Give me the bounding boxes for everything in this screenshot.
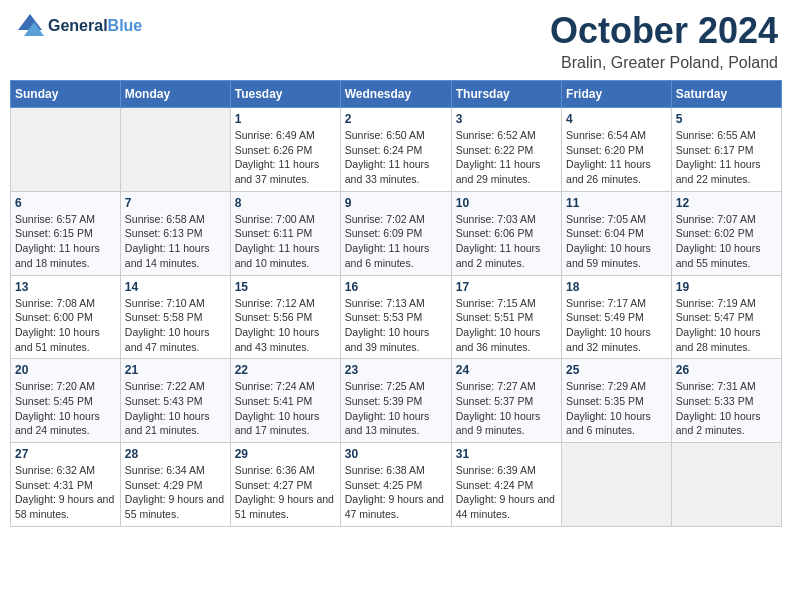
logo-icon: [14, 10, 46, 42]
day-detail: Sunrise: 6:58 AM Sunset: 6:13 PM Dayligh…: [125, 212, 226, 271]
day-number: 16: [345, 280, 447, 294]
weekday-header: Thursday: [451, 81, 561, 108]
day-number: 17: [456, 280, 557, 294]
day-detail: Sunrise: 7:15 AM Sunset: 5:51 PM Dayligh…: [456, 296, 557, 355]
calendar-day-cell: 22Sunrise: 7:24 AM Sunset: 5:41 PM Dayli…: [230, 359, 340, 443]
calendar-day-cell: 3Sunrise: 6:52 AM Sunset: 6:22 PM Daylig…: [451, 108, 561, 192]
day-number: 9: [345, 196, 447, 210]
day-detail: Sunrise: 7:31 AM Sunset: 5:33 PM Dayligh…: [676, 379, 777, 438]
day-number: 23: [345, 363, 447, 377]
day-detail: Sunrise: 7:05 AM Sunset: 6:04 PM Dayligh…: [566, 212, 667, 271]
calendar-day-cell: 18Sunrise: 7:17 AM Sunset: 5:49 PM Dayli…: [562, 275, 672, 359]
day-number: 25: [566, 363, 667, 377]
calendar-day-cell: 1Sunrise: 6:49 AM Sunset: 6:26 PM Daylig…: [230, 108, 340, 192]
day-number: 26: [676, 363, 777, 377]
calendar-day-cell: [671, 443, 781, 527]
calendar-day-cell: [11, 108, 121, 192]
calendar-day-cell: 25Sunrise: 7:29 AM Sunset: 5:35 PM Dayli…: [562, 359, 672, 443]
day-detail: Sunrise: 6:52 AM Sunset: 6:22 PM Dayligh…: [456, 128, 557, 187]
calendar-day-cell: 19Sunrise: 7:19 AM Sunset: 5:47 PM Dayli…: [671, 275, 781, 359]
title-area: October 2024 Bralin, Greater Poland, Pol…: [550, 10, 778, 72]
day-detail: Sunrise: 7:03 AM Sunset: 6:06 PM Dayligh…: [456, 212, 557, 271]
calendar-week-row: 6Sunrise: 6:57 AM Sunset: 6:15 PM Daylig…: [11, 191, 782, 275]
calendar-day-cell: 6Sunrise: 6:57 AM Sunset: 6:15 PM Daylig…: [11, 191, 121, 275]
logo: GeneralBlue: [14, 10, 142, 42]
day-number: 5: [676, 112, 777, 126]
logo-name: GeneralBlue: [48, 17, 142, 35]
calendar-day-cell: 21Sunrise: 7:22 AM Sunset: 5:43 PM Dayli…: [120, 359, 230, 443]
calendar-day-cell: 28Sunrise: 6:34 AM Sunset: 4:29 PM Dayli…: [120, 443, 230, 527]
calendar-day-cell: 10Sunrise: 7:03 AM Sunset: 6:06 PM Dayli…: [451, 191, 561, 275]
day-number: 19: [676, 280, 777, 294]
calendar-header-row: SundayMondayTuesdayWednesdayThursdayFrid…: [11, 81, 782, 108]
calendar-week-row: 1Sunrise: 6:49 AM Sunset: 6:26 PM Daylig…: [11, 108, 782, 192]
calendar-week-row: 13Sunrise: 7:08 AM Sunset: 6:00 PM Dayli…: [11, 275, 782, 359]
page-title: October 2024: [550, 10, 778, 52]
weekday-header: Friday: [562, 81, 672, 108]
calendar-day-cell: [562, 443, 672, 527]
day-number: 2: [345, 112, 447, 126]
day-detail: Sunrise: 6:36 AM Sunset: 4:27 PM Dayligh…: [235, 463, 336, 522]
day-number: 7: [125, 196, 226, 210]
calendar-day-cell: 17Sunrise: 7:15 AM Sunset: 5:51 PM Dayli…: [451, 275, 561, 359]
day-number: 1: [235, 112, 336, 126]
day-detail: Sunrise: 7:29 AM Sunset: 5:35 PM Dayligh…: [566, 379, 667, 438]
calendar-day-cell: 8Sunrise: 7:00 AM Sunset: 6:11 PM Daylig…: [230, 191, 340, 275]
day-number: 8: [235, 196, 336, 210]
page-subtitle: Bralin, Greater Poland, Poland: [550, 54, 778, 72]
day-detail: Sunrise: 6:39 AM Sunset: 4:24 PM Dayligh…: [456, 463, 557, 522]
day-detail: Sunrise: 7:24 AM Sunset: 5:41 PM Dayligh…: [235, 379, 336, 438]
calendar-day-cell: [120, 108, 230, 192]
day-number: 13: [15, 280, 116, 294]
calendar-day-cell: 29Sunrise: 6:36 AM Sunset: 4:27 PM Dayli…: [230, 443, 340, 527]
calendar-day-cell: 24Sunrise: 7:27 AM Sunset: 5:37 PM Dayli…: [451, 359, 561, 443]
day-number: 3: [456, 112, 557, 126]
calendar-day-cell: 12Sunrise: 7:07 AM Sunset: 6:02 PM Dayli…: [671, 191, 781, 275]
calendar-day-cell: 2Sunrise: 6:50 AM Sunset: 6:24 PM Daylig…: [340, 108, 451, 192]
day-number: 10: [456, 196, 557, 210]
day-detail: Sunrise: 6:54 AM Sunset: 6:20 PM Dayligh…: [566, 128, 667, 187]
day-detail: Sunrise: 7:12 AM Sunset: 5:56 PM Dayligh…: [235, 296, 336, 355]
day-detail: Sunrise: 7:19 AM Sunset: 5:47 PM Dayligh…: [676, 296, 777, 355]
calendar-day-cell: 20Sunrise: 7:20 AM Sunset: 5:45 PM Dayli…: [11, 359, 121, 443]
weekday-header: Wednesday: [340, 81, 451, 108]
calendar-day-cell: 16Sunrise: 7:13 AM Sunset: 5:53 PM Dayli…: [340, 275, 451, 359]
day-detail: Sunrise: 7:02 AM Sunset: 6:09 PM Dayligh…: [345, 212, 447, 271]
calendar-day-cell: 14Sunrise: 7:10 AM Sunset: 5:58 PM Dayli…: [120, 275, 230, 359]
calendar-week-row: 20Sunrise: 7:20 AM Sunset: 5:45 PM Dayli…: [11, 359, 782, 443]
day-detail: Sunrise: 6:57 AM Sunset: 6:15 PM Dayligh…: [15, 212, 116, 271]
day-detail: Sunrise: 7:22 AM Sunset: 5:43 PM Dayligh…: [125, 379, 226, 438]
calendar-day-cell: 13Sunrise: 7:08 AM Sunset: 6:00 PM Dayli…: [11, 275, 121, 359]
weekday-header: Monday: [120, 81, 230, 108]
calendar-day-cell: 4Sunrise: 6:54 AM Sunset: 6:20 PM Daylig…: [562, 108, 672, 192]
calendar-day-cell: 23Sunrise: 7:25 AM Sunset: 5:39 PM Dayli…: [340, 359, 451, 443]
day-detail: Sunrise: 6:38 AM Sunset: 4:25 PM Dayligh…: [345, 463, 447, 522]
day-number: 4: [566, 112, 667, 126]
day-detail: Sunrise: 7:25 AM Sunset: 5:39 PM Dayligh…: [345, 379, 447, 438]
calendar-day-cell: 15Sunrise: 7:12 AM Sunset: 5:56 PM Dayli…: [230, 275, 340, 359]
day-number: 30: [345, 447, 447, 461]
day-number: 22: [235, 363, 336, 377]
day-number: 31: [456, 447, 557, 461]
weekday-header: Tuesday: [230, 81, 340, 108]
day-detail: Sunrise: 6:49 AM Sunset: 6:26 PM Dayligh…: [235, 128, 336, 187]
day-detail: Sunrise: 7:17 AM Sunset: 5:49 PM Dayligh…: [566, 296, 667, 355]
day-detail: Sunrise: 6:34 AM Sunset: 4:29 PM Dayligh…: [125, 463, 226, 522]
day-number: 27: [15, 447, 116, 461]
calendar-day-cell: 31Sunrise: 6:39 AM Sunset: 4:24 PM Dayli…: [451, 443, 561, 527]
day-detail: Sunrise: 6:32 AM Sunset: 4:31 PM Dayligh…: [15, 463, 116, 522]
calendar-day-cell: 30Sunrise: 6:38 AM Sunset: 4:25 PM Dayli…: [340, 443, 451, 527]
calendar-day-cell: 9Sunrise: 7:02 AM Sunset: 6:09 PM Daylig…: [340, 191, 451, 275]
day-detail: Sunrise: 7:20 AM Sunset: 5:45 PM Dayligh…: [15, 379, 116, 438]
calendar-day-cell: 5Sunrise: 6:55 AM Sunset: 6:17 PM Daylig…: [671, 108, 781, 192]
day-number: 11: [566, 196, 667, 210]
calendar-day-cell: 11Sunrise: 7:05 AM Sunset: 6:04 PM Dayli…: [562, 191, 672, 275]
weekday-header: Saturday: [671, 81, 781, 108]
day-number: 12: [676, 196, 777, 210]
weekday-header: Sunday: [11, 81, 121, 108]
calendar-table: SundayMondayTuesdayWednesdayThursdayFrid…: [10, 80, 782, 527]
day-number: 20: [15, 363, 116, 377]
day-number: 6: [15, 196, 116, 210]
day-number: 21: [125, 363, 226, 377]
day-number: 28: [125, 447, 226, 461]
